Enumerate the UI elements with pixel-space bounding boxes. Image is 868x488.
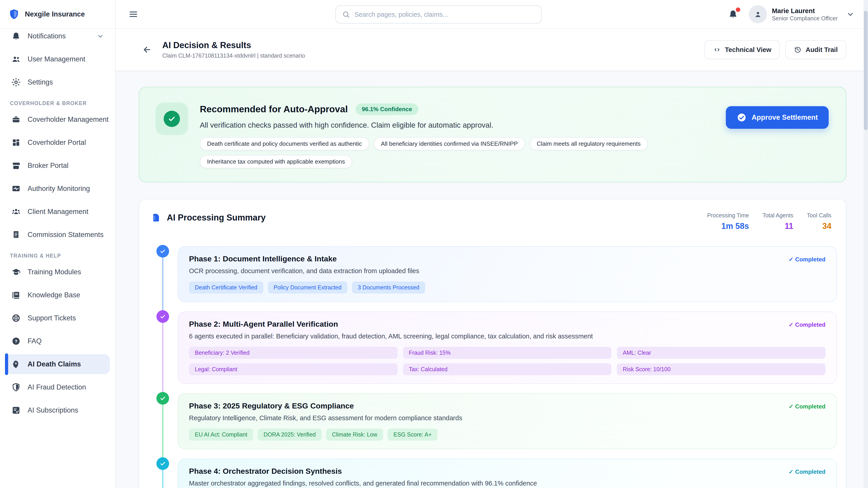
notification-dot bbox=[736, 7, 740, 12]
group-icon bbox=[11, 207, 21, 217]
sidebar-item-ai-fraud-detection[interactable]: AI Fraud Detection bbox=[5, 377, 110, 397]
book-icon bbox=[11, 290, 21, 300]
phase-tag: Fraud Risk: 15% bbox=[403, 347, 612, 359]
lifebuoy-icon bbox=[11, 313, 21, 323]
sidebar-item-label: Coverholder Portal bbox=[28, 138, 104, 147]
ai-head-icon bbox=[11, 359, 21, 369]
monitor-icon bbox=[11, 184, 21, 193]
sidebar-item-label: AI Death Claims bbox=[28, 360, 104, 368]
stat-value: 34 bbox=[807, 221, 831, 231]
phase-row-2: Phase 2: Multi-Agent Parallel Verificati… bbox=[151, 312, 837, 384]
search-input[interactable] bbox=[354, 11, 535, 18]
phase-tag: DORA 2025: Verified bbox=[258, 429, 322, 441]
summary-title: AI Processing Summary bbox=[167, 213, 266, 223]
sidebar-item-label: Broker Portal bbox=[28, 162, 104, 170]
audit-trail-button[interactable]: Audit Trail bbox=[785, 40, 846, 59]
page-header: AI Decision & Results Claim CLM-17671081… bbox=[116, 29, 868, 71]
phase-complete-badge bbox=[156, 310, 169, 323]
document-icon bbox=[151, 212, 161, 223]
user-menu[interactable]: Marie Laurent Senior Compliance Officer bbox=[749, 5, 855, 23]
sidebar-item-authority-monitoring[interactable]: Authority Monitoring bbox=[5, 179, 110, 199]
summary-stats: Processing Time1m 58sTotal Agents11Tool … bbox=[707, 212, 831, 231]
phase-card-header: Phase 2: Multi-Agent Parallel Verificati… bbox=[189, 320, 826, 328]
check-circle-icon bbox=[164, 111, 180, 127]
menu-icon[interactable] bbox=[128, 9, 138, 19]
sidebar-item-client-management[interactable]: Client Management bbox=[5, 202, 110, 222]
verification-chip-list: Death certificate and policy documents v… bbox=[200, 137, 679, 168]
sidebar-item-support-tickets[interactable]: Support Tickets bbox=[5, 308, 110, 328]
phase-title: Phase 3: 2025 Regulatory & ESG Complianc… bbox=[189, 401, 354, 410]
notifications-bell-icon[interactable] bbox=[728, 9, 738, 19]
phase-description: Master orchestrator aggregated findings,… bbox=[189, 480, 826, 487]
main-area: Marie Laurent Senior Compliance Officer … bbox=[116, 0, 868, 488]
phase-description: 6 agents executed in parallel: Beneficia… bbox=[189, 332, 826, 340]
sidebar-item-label: AI Subscriptions bbox=[28, 406, 104, 414]
sidebar-item-faq[interactable]: ?FAQ bbox=[5, 331, 110, 351]
phase-tag: AML: Clear bbox=[617, 347, 826, 359]
sidebar-nav: NotificationsUser ManagementSettingsCOVE… bbox=[0, 23, 115, 488]
page-subtitle: Claim CLM-1767108113134-xtddvnlrl | stan… bbox=[162, 53, 305, 59]
phase-card-1: Phase 1: Document Intelligence & Intake✓… bbox=[178, 246, 837, 302]
sidebar-item-training-modules[interactable]: Training Modules bbox=[5, 262, 110, 282]
sidebar-item-ai-death-claims[interactable]: AI Death Claims bbox=[5, 354, 110, 374]
sidebar-item-coverholder-portal[interactable]: Coverholder Portal bbox=[5, 133, 110, 153]
phase-card-2: Phase 2: Multi-Agent Parallel Verificati… bbox=[178, 312, 837, 384]
sidebar-section-training-help: TRAINING & HELP bbox=[10, 253, 105, 259]
phase-tag: Tax: Calculated bbox=[403, 363, 612, 375]
page-actions: Technical View Audit Trail bbox=[705, 40, 846, 59]
phase-title: Phase 4: Orchestrator Decision Synthesis bbox=[189, 467, 342, 476]
person-icon bbox=[753, 10, 763, 19]
sidebar-item-coverholder-management[interactable]: Coverholder Management bbox=[5, 109, 110, 129]
shield-half-icon bbox=[11, 383, 21, 392]
approval-icon-box bbox=[156, 103, 188, 135]
phase-tag-list: Death Certificate VerifiedPolicy Documen… bbox=[189, 282, 826, 293]
scrollbar-thumb[interactable] bbox=[864, 11, 868, 130]
avatar bbox=[749, 5, 767, 23]
summary-header: AI Processing Summary Processing Time1m … bbox=[151, 212, 837, 231]
scrollbar-track[interactable] bbox=[864, 0, 868, 488]
timeline-connector bbox=[162, 318, 163, 400]
technical-view-label: Technical View bbox=[725, 46, 771, 54]
sidebar-item-knowledge-base[interactable]: Knowledge Base bbox=[5, 285, 110, 305]
technical-view-button[interactable]: Technical View bbox=[705, 40, 780, 59]
sidebar-item-notifications[interactable]: Notifications bbox=[5, 26, 110, 46]
phase-card-3: Phase 3: 2025 Regulatory & ESG Complianc… bbox=[178, 393, 837, 449]
briefcase-icon bbox=[11, 115, 21, 124]
sidebar-item-broker-portal[interactable]: Broker Portal bbox=[5, 156, 110, 175]
phase-title: Phase 2: Multi-Agent Parallel Verificati… bbox=[189, 320, 338, 328]
verification-chip: All beneficiary identities confirmed via… bbox=[374, 137, 525, 151]
sidebar-item-user-management[interactable]: User Management bbox=[5, 49, 110, 69]
graduation-icon bbox=[11, 267, 21, 277]
back-button[interactable] bbox=[138, 41, 156, 58]
verification-chip: Inheritance tax computed with applicable… bbox=[200, 155, 352, 168]
phase-tag: Risk Score: 10/100 bbox=[617, 363, 826, 375]
phase-complete-badge bbox=[156, 457, 169, 470]
page-title: AI Decision & Results bbox=[162, 40, 305, 50]
topbar-right: Marie Laurent Senior Compliance Officer bbox=[728, 5, 855, 23]
phase-description: Regulatory Intelligence, Climate Risk, a… bbox=[189, 414, 826, 422]
phase-row-4: Phase 4: Orchestrator Decision Synthesis… bbox=[151, 459, 837, 488]
phase-tag: ESG Score: A+ bbox=[388, 429, 438, 441]
gear-icon bbox=[11, 77, 21, 87]
phase-card-4: Phase 4: Orchestrator Decision Synthesis… bbox=[178, 459, 837, 488]
receipt-icon bbox=[11, 230, 21, 239]
sidebar-item-settings[interactable]: Settings bbox=[5, 72, 110, 92]
chevron-down-icon bbox=[846, 10, 855, 18]
processing-summary-card: AI Processing Summary Processing Time1m … bbox=[139, 199, 846, 488]
users-icon bbox=[11, 55, 21, 64]
sidebar-item-label: Settings bbox=[28, 78, 104, 86]
sidebar-item-label: Knowledge Base bbox=[28, 291, 104, 299]
sidebar-header: Nexgile Insurance bbox=[0, 0, 115, 29]
sidebar-item-label: Training Modules bbox=[28, 268, 104, 276]
stat-label: Tool Calls bbox=[807, 212, 831, 219]
sidebar-item-ai-subscriptions[interactable]: AI Subscriptions bbox=[5, 400, 110, 420]
store-icon bbox=[11, 161, 21, 170]
sidebar-item-label: Commission Statements bbox=[28, 231, 104, 239]
brand-name: Nexgile Insurance bbox=[25, 10, 85, 18]
sidebar-item-label: FAQ bbox=[28, 337, 104, 345]
sidebar-item-commission-statements[interactable]: Commission Statements bbox=[5, 225, 110, 245]
approve-settlement-button[interactable]: Approve Settlement bbox=[726, 106, 829, 129]
phase-status-completed: ✓ Completed bbox=[789, 256, 826, 263]
help-icon: ? bbox=[11, 336, 21, 346]
topbar: Marie Laurent Senior Compliance Officer bbox=[116, 0, 868, 29]
